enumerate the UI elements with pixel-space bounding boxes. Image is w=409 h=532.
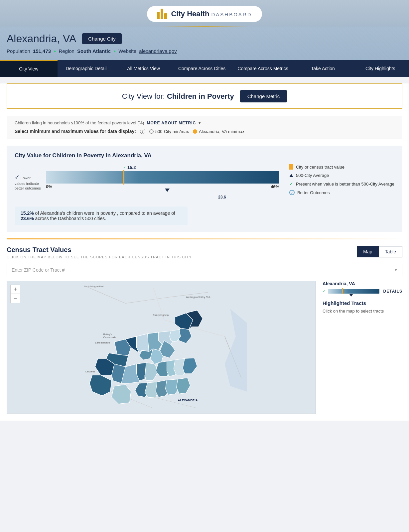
population-value: 151,473 <box>33 48 51 54</box>
radio-500city <box>149 129 154 134</box>
census-subtitle: CLICK ON THE MAP BELOW TO SEE THE SCORES… <box>7 255 193 259</box>
bar-chart: ✓ 15.2 <box>46 164 279 200</box>
map-label-shirleyhw: Shirley Highway <box>153 314 169 317</box>
legend-square-icon <box>289 164 293 170</box>
nav-compare-cities[interactable]: Compare Across Cities <box>172 60 231 77</box>
option1-label: 500-City min/max <box>155 129 189 134</box>
mini-check-icon: ✓ <box>323 289 326 294</box>
census-section: Census Tract Values CLICK ON THE MAP BEL… <box>0 239 409 421</box>
minmax-row: Select minimum and maximum values for da… <box>15 129 394 134</box>
nav-compare-metrics[interactable]: Compare Across Metrics <box>231 60 294 77</box>
mini-bar-track <box>328 289 379 294</box>
chart-left: ✓ Lower values indicate better outcomes … <box>15 164 279 225</box>
details-link[interactable]: DETAILS <box>383 289 402 294</box>
population-label: Population <box>7 48 30 54</box>
avg-value-display: 23.6 <box>218 195 226 200</box>
website-link[interactable]: alexandriava.gov <box>139 48 177 54</box>
nav-take-action[interactable]: Take Action <box>294 60 352 77</box>
region-value: South Atlantic <box>77 48 111 54</box>
census-tract[interactable] <box>89 375 111 396</box>
change-city-button[interactable]: Change City <box>82 33 122 44</box>
tract-search-select[interactable]: Enter ZIP Code or Tract # <box>7 264 402 276</box>
census-right-panel: Alexandria, VA ✓ DETAILS Highlighted Tra… <box>323 281 402 414</box>
logo-container: City Health DASHBOARD <box>147 6 262 22</box>
city-bar: Alexandria, VA Change City Population 15… <box>0 27 409 60</box>
city-value-label-wrap: ✓ 15.2 <box>123 164 279 170</box>
option2-label: Alexandria, VA min/max <box>199 129 244 134</box>
metric-description: Children living in households ≤100% of t… <box>7 116 402 139</box>
region-label: Region <box>59 48 74 54</box>
city-view-prefix: City View for: <box>122 92 165 100</box>
mini-bar-avg-marker <box>349 294 353 297</box>
main-content: City View for: Children in Poverty Chang… <box>0 83 409 421</box>
map-svg: Lake Barcroft Bailey's Crossroads Lincol… <box>7 281 316 414</box>
city-value-marker <box>123 170 124 185</box>
logo-text: City Health DASHBOARD <box>171 10 252 18</box>
chart-area: ✓ Lower values indicate better outcomes … <box>15 164 394 225</box>
bar2 <box>161 9 163 19</box>
chart-title: City Value for Children in Poverty in Al… <box>15 152 394 159</box>
map-zoom-controls: + − <box>10 285 20 303</box>
page-header: City Health DASHBOARD <box>0 0 409 27</box>
chart-legend: City or census tract value 500-City Aver… <box>289 164 394 199</box>
map-container[interactable]: + − <box>7 281 316 414</box>
metric-description-text: Children living in households ≤100% of t… <box>15 120 144 125</box>
zoom-in-button[interactable]: + <box>10 285 20 294</box>
nav-city-view[interactable]: City View <box>0 60 58 77</box>
dot2: ● <box>113 49 116 54</box>
insight-val1: 15.2% <box>21 210 34 216</box>
insight-text3: , compared to an average of <box>117 210 175 216</box>
census-title-wrap: Census Tract Values CLICK ON THE MAP BEL… <box>7 246 193 259</box>
map-label-lincolnia: Lincolnia <box>85 370 95 373</box>
legend-check-icon: ✓ <box>289 181 293 187</box>
city-title-row: Alexandria, VA Change City <box>7 33 402 45</box>
zoom-out-button[interactable]: − <box>10 294 20 303</box>
legend-circle-label: Better Outcomes <box>297 190 330 195</box>
minmax-option1[interactable]: 500-City min/max <box>149 129 189 134</box>
nav-demographic-detail[interactable]: Demographic Detail <box>58 60 115 77</box>
city-meta: Population 151,473 ● Region South Atlant… <box>7 48 402 54</box>
legend-circle-check-icon: ✓ <box>289 190 295 195</box>
logo-dashboard: DASHBOARD <box>211 12 252 17</box>
legend-city-value-label: City or census tract value <box>296 165 344 170</box>
city-mini-bar: Alexandria, VA ✓ DETAILS <box>323 281 402 294</box>
census-header: Census Tract Values CLICK ON THE MAP BEL… <box>7 246 402 259</box>
legend-triangle-icon <box>289 174 293 177</box>
map-label-arlington: North Arlington Blvd. <box>84 285 104 288</box>
bar1 <box>157 12 160 19</box>
help-icon[interactable]: ? <box>140 129 145 134</box>
more-about-metric[interactable]: MORE ABOUT METRIC <box>147 121 196 125</box>
bar-end-labels: 0% 46% <box>46 184 279 189</box>
minmax-option2[interactable]: Alexandria, VA min/max <box>193 129 244 134</box>
map-label-alexandria: ALEXANDRIA <box>178 399 198 402</box>
avg-triangle-icon <box>165 189 170 192</box>
main-nav: City View Demographic Detail All Metrics… <box>0 60 409 77</box>
website-label: Website <box>118 48 136 54</box>
logo-icon <box>157 9 167 19</box>
census-tract[interactable] <box>112 385 131 404</box>
bar-max-label: 46% <box>271 184 279 189</box>
insight-text2: of Alexandria's children were in poverty <box>35 210 116 216</box>
change-metric-button[interactable]: Change Metric <box>240 90 287 102</box>
dot1: ● <box>54 49 56 54</box>
city-name: Alexandria, VA <box>7 33 76 45</box>
census-tract[interactable] <box>177 378 190 394</box>
census-tract[interactable] <box>183 358 197 374</box>
nav-city-highlights[interactable]: City Highlights <box>351 60 409 77</box>
avg-value-label-wrap: 23.6 <box>51 194 279 200</box>
chart-section: City Value for Children in Poverty in Al… <box>7 146 402 232</box>
toggle-map-button[interactable]: Map <box>357 246 378 257</box>
mini-bar-wrap: ✓ DETAILS <box>323 289 402 294</box>
bar-track <box>46 171 279 184</box>
dropdown-arrow-icon: ▾ <box>199 120 201 125</box>
nav-all-metrics-view[interactable]: All Metrics View <box>115 60 172 77</box>
insight-val2: 23.6% <box>21 216 34 221</box>
bar3 <box>164 13 167 19</box>
bar-min-label: 0% <box>46 184 52 189</box>
toggle-table-button[interactable]: Table <box>379 246 402 257</box>
map-table-toggle: Map Table <box>357 246 402 257</box>
city-view-header: City View for: Children in Poverty Chang… <box>7 83 402 109</box>
legend-triangle-label: 500-City Average <box>296 173 329 178</box>
legend-better-outcome: ✓ Present when value is better than 500-… <box>289 181 394 187</box>
map-label-crossroads: Crossroads <box>103 336 116 339</box>
